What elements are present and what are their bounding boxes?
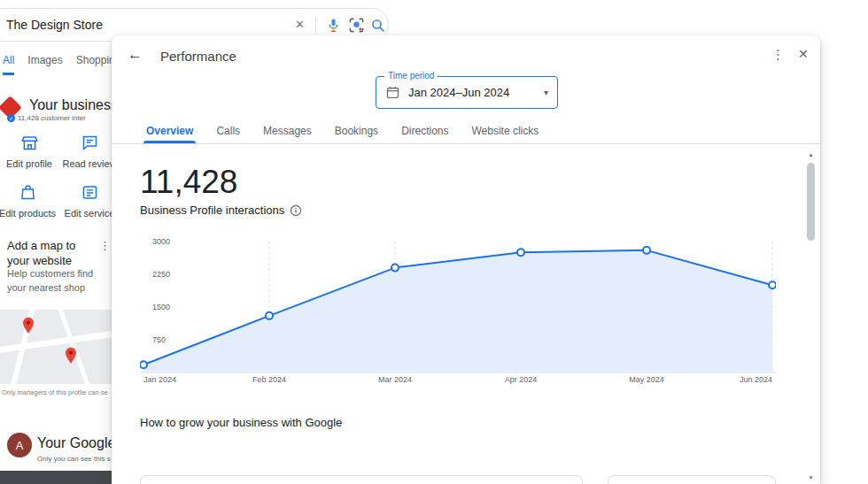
chart-point[interactable] [517, 249, 524, 256]
metric-label: Business Profile interactions [140, 204, 284, 217]
search-tab-images[interactable]: Images [27, 54, 62, 75]
review-bubble-icon [81, 134, 99, 152]
performance-tabs: OverviewCallsMessagesBookingsDirectionsW… [135, 120, 550, 143]
chart-point[interactable] [643, 247, 650, 254]
search-icon[interactable] [370, 18, 386, 34]
metric-label-row: Business Profile interactions [140, 204, 302, 217]
managers-footnote: Only managers of this profile can se [2, 388, 108, 396]
x-axis-label: Apr 2024 [505, 375, 538, 384]
chart-area-fill [143, 250, 772, 373]
map-road [0, 328, 112, 354]
chart-point[interactable] [769, 281, 776, 288]
google-account-subtitle: Only you can see this s [37, 455, 111, 463]
read-reviews-button[interactable]: Read review [64, 134, 115, 169]
map-preview[interactable] [0, 310, 112, 384]
search-result-tabs: AllImagesShopping [3, 54, 120, 75]
action-label: Edit service [65, 208, 115, 219]
verified-icon: ✓ [7, 114, 15, 122]
map-pin-icon [21, 317, 35, 334]
chart-x-axis-labels: Jan 2024Feb 2024Mar 2024Apr 2024May 2024… [140, 375, 776, 386]
map-card-subtitle: Help customers find your nearest shop [7, 266, 112, 295]
chart-point[interactable] [391, 265, 399, 272]
map-pin-icon [64, 347, 78, 365]
x-axis-label: Jan 2024 [143, 375, 176, 384]
time-period-label: Time period [384, 71, 438, 81]
lens-icon[interactable] [348, 17, 365, 34]
map-card-title: Add a map to your website [7, 238, 99, 268]
tab-directions[interactable]: Directions [390, 120, 460, 143]
tab-messages[interactable]: Messages [252, 120, 323, 143]
back-arrow-icon[interactable]: ← [128, 46, 143, 64]
section-heading: How to grow your business with Google [140, 416, 342, 429]
y-axis-label: 3000 [152, 237, 170, 246]
x-axis-label: Jun 2024 [740, 375, 772, 384]
background-footer-strip [0, 471, 112, 484]
edit-products-button[interactable]: Edit products [2, 183, 53, 219]
chart-point[interactable] [266, 312, 273, 319]
performance-dialog: ← Performance ⋮ ✕ Time period Jan 2024–J… [112, 35, 820, 484]
dropdown-caret-icon: ▾ [544, 88, 548, 97]
action-label: Read review [62, 158, 116, 169]
storefront-icon [20, 134, 39, 152]
suggestion-card[interactable] [608, 475, 776, 484]
dialog-scrollbar[interactable]: ▲ ▼ [805, 149, 817, 484]
page: The Design Store ✕ AllImagesShopping You… [0, 0, 868, 484]
metric-value: 11,428 [140, 165, 237, 200]
tab-calls[interactable]: Calls [205, 120, 252, 143]
action-label: Edit products [0, 208, 56, 219]
chart-point[interactable] [140, 361, 147, 368]
x-axis-label: Feb 2024 [252, 375, 286, 384]
tabs-divider [112, 143, 820, 144]
time-period-value: Jan 2024–Jun 2024 [408, 86, 509, 99]
avatar: A [7, 433, 32, 457]
tab-bookings[interactable]: Bookings [323, 120, 390, 143]
calendar-icon [385, 85, 400, 100]
suggestion-card[interactable] [140, 475, 583, 484]
search-query[interactable]: The Design Store [6, 18, 103, 32]
dialog-title: Performance [160, 49, 236, 64]
y-axis-label: 2250 [152, 270, 170, 279]
scrollbar-thumb[interactable] [807, 163, 815, 241]
time-period-select[interactable]: Time period Jan 2024–Jun 2024 ▾ [376, 76, 558, 109]
more-options-icon[interactable]: ⋮ [771, 47, 785, 63]
clear-search-icon[interactable]: ✕ [295, 18, 305, 31]
shopping-bag-icon [19, 183, 37, 202]
mic-icon[interactable] [325, 17, 342, 34]
services-list-icon [81, 183, 99, 202]
x-axis-label: May 2024 [629, 375, 664, 384]
map-card-more-icon[interactable]: ⋮ [99, 239, 111, 252]
edit-profile-button[interactable]: Edit profile [4, 134, 55, 169]
tab-website-clicks[interactable]: Website clicks [460, 120, 550, 143]
y-axis-label: 1500 [152, 303, 170, 311]
action-label: Edit profile [6, 158, 52, 169]
scroll-up-icon[interactable]: ▲ [805, 152, 817, 157]
edit-services-button[interactable]: Edit service [64, 183, 115, 219]
tab-overview[interactable]: Overview [135, 120, 205, 143]
scroll-down-icon[interactable]: ▼ [805, 475, 817, 480]
search-tab-all[interactable]: All [3, 54, 14, 75]
close-icon[interactable]: ✕ [798, 47, 809, 61]
interactions-line-chart: 750150022503000 [140, 234, 776, 383]
x-axis-label: Mar 2024 [378, 375, 412, 384]
business-subtitle-row: ✓ 11,428 customer inter [7, 114, 86, 122]
customer-interactions-note: 11,428 customer inter [18, 114, 86, 122]
y-axis-label: 750 [152, 335, 166, 344]
info-icon[interactable] [290, 204, 302, 217]
search-bar-divider [315, 16, 316, 35]
